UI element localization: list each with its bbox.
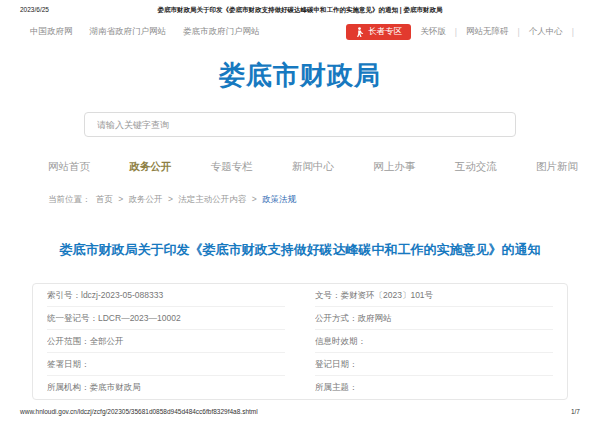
table-row: 统一登记号：LDCR—2023—10002 公开方式：政府网站: [47, 307, 553, 330]
field-label: 索引号：: [47, 290, 81, 300]
field-disclosure-scope: 公开范围：全部公开: [47, 330, 285, 353]
search-input[interactable]: [84, 112, 516, 137]
site-title: 娄底市财政局: [0, 58, 600, 93]
link-care-version[interactable]: 关怀版: [420, 26, 446, 38]
table-row: 索引号：ldczj-2023-05-088333 文号：娄财资环〔2023〕10…: [47, 284, 553, 307]
breadcrumb-separator: >: [252, 194, 257, 204]
field-label: 公开方式：: [315, 313, 358, 323]
breadcrumb-home[interactable]: 首页: [96, 194, 113, 204]
field-signing-date: 签署日期：: [47, 353, 285, 376]
print-page-title: 娄底市财政局关于印发《娄底市财政支持做好碳达峰碳中和工作的实施意见》的通知 | …: [158, 6, 443, 15]
field-label: 所属机构：: [47, 382, 90, 392]
link-accessibility[interactable]: 网站无障碍: [466, 26, 509, 38]
field-doc-number: 文号：娄财资环〔2023〕101号: [315, 284, 553, 307]
print-page-number: 1/7: [571, 408, 580, 415]
document-info-table: 索引号：ldczj-2023-05-088333 文号：娄财资环〔2023〕10…: [32, 283, 568, 400]
field-subject-category: 所属主题：: [315, 376, 553, 399]
breadcrumb-prefix: 当前位置：: [48, 194, 91, 204]
field-index-number: 索引号：ldczj-2023-05-088333: [47, 284, 285, 307]
field-value: ldczj-2023-05-088333: [81, 290, 163, 300]
gov-links: 中国政府网 湖南省政府门户网站 娄底市政府门户网站: [30, 26, 260, 38]
divider: |: [572, 27, 574, 37]
table-row: 公开范围：全部公开 信息时效期：: [47, 330, 553, 353]
main-menu: 网站首页 政务公开 专题专栏 新闻中心 网上办事 互动交流 图片新闻: [48, 160, 578, 174]
elder-zone-label: 长者专区: [368, 26, 402, 38]
elderly-person-icon: [355, 27, 364, 37]
field-value: 娄财资环〔2023〕101号: [341, 290, 434, 300]
field-label: 所属主题：: [315, 382, 358, 392]
menu-item-interaction[interactable]: 互动交流: [455, 160, 497, 174]
field-issuing-agency: 所属机构：娄底市财政局: [47, 376, 285, 399]
menu-item-news-center[interactable]: 新闻中心: [292, 160, 334, 174]
field-label: 统一登记号：: [47, 313, 98, 323]
field-disclosure-method: 公开方式：政府网站: [315, 307, 553, 330]
user-links: 长者专区 关怀版 | 网站无障碍 | 个人中心 |: [346, 24, 574, 40]
menu-item-gov-affairs[interactable]: 政务公开: [129, 160, 171, 174]
top-utility-bar: 中国政府网 湖南省政府门户网站 娄底市政府门户网站 长者专区 关怀版 | 网站无…: [30, 24, 574, 40]
breadcrumb-disclosure[interactable]: 法定主动公开内容: [178, 194, 246, 204]
field-label: 签署日期：: [47, 359, 90, 369]
breadcrumb-separator: >: [118, 194, 123, 204]
link-personal-center[interactable]: 个人中心: [529, 26, 563, 38]
elder-zone-button[interactable]: 长者专区: [346, 24, 411, 40]
field-label: 信息时效期：: [315, 336, 366, 346]
table-row: 签署日期： 登记日期：: [47, 353, 553, 376]
divider: |: [518, 27, 520, 37]
field-validity-period: 信息时效期：: [315, 330, 553, 353]
table-row: 所属机构：娄底市财政局 所属主题：: [47, 376, 553, 399]
menu-item-home[interactable]: 网站首页: [48, 160, 90, 174]
field-label: 文号：: [315, 290, 341, 300]
field-value: LDCR—2023—10002: [98, 313, 181, 323]
menu-item-online-services[interactable]: 网上办事: [373, 160, 415, 174]
menu-item-photo-news[interactable]: 图片新闻: [536, 160, 578, 174]
field-label: 公开范围：: [47, 336, 90, 346]
article-title: 娄底市财政局关于印发《娄底市财政支持做好碳达峰碳中和工作的实施意见》的通知: [30, 241, 570, 259]
print-header: 2023/6/25 娄底市财政局关于印发《娄底市财政支持做好碳达峰碳中和工作的实…: [20, 6, 580, 18]
breadcrumb-gov-affairs[interactable]: 政务公开: [129, 194, 163, 204]
field-value: 政府网站: [358, 313, 392, 323]
breadcrumb-current-policy[interactable]: 政策法规: [262, 194, 296, 204]
print-url: www.hnloudi.gov.cn/ldczj/zcfg/202305/356…: [20, 408, 258, 415]
print-footer: www.hnloudi.gov.cn/ldczj/zcfg/202305/356…: [20, 408, 580, 415]
print-date: 2023/6/25: [20, 6, 49, 13]
field-value: 娄底市财政局: [90, 382, 141, 392]
link-china-gov[interactable]: 中国政府网: [30, 26, 73, 38]
breadcrumb: 当前位置： 首页 > 政务公开 > 法定主动公开内容 > 政策法规: [48, 194, 299, 206]
divider: |: [455, 27, 457, 37]
field-registration-date: 登记日期：: [315, 353, 553, 376]
field-value: 全部公开: [90, 336, 124, 346]
search-bar: [84, 112, 516, 137]
field-label: 登记日期：: [315, 359, 358, 369]
link-hunan-gov[interactable]: 湖南省政府门户网站: [90, 26, 167, 38]
menu-item-special-topics[interactable]: 专题专栏: [211, 160, 253, 174]
link-loudi-gov[interactable]: 娄底市政府门户网站: [183, 26, 260, 38]
breadcrumb-separator: >: [168, 194, 173, 204]
field-registration-number: 统一登记号：LDCR—2023—10002: [47, 307, 285, 330]
